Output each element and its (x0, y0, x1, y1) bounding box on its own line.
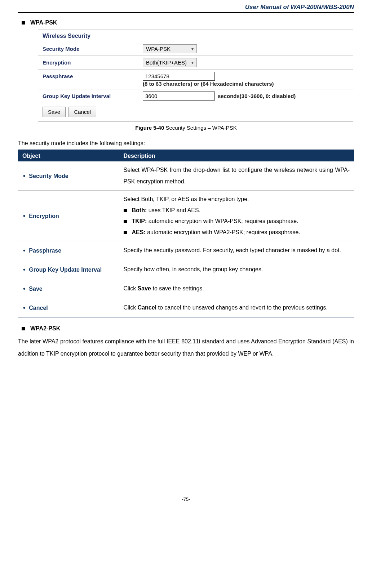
row-desc-save: Click Save to save the settings. (119, 279, 354, 298)
settings-description-table: Object Description Security Mode Select … (18, 150, 354, 318)
figure-caption: Figure 5-40 Security Settings – WPA-PSK (18, 125, 354, 131)
label-group-key: Group Key Update Interval (38, 89, 139, 103)
input-passphrase[interactable] (143, 72, 215, 81)
heading-text: WPA-PSK (30, 19, 57, 26)
square-bullet-icon (124, 209, 127, 212)
row-object-save: Save (22, 286, 43, 292)
row-object-security-mode: Security Mode (22, 173, 68, 179)
tkip-text: automatic encryption with WPA-PSK; requi… (147, 218, 298, 224)
row-desc-security-mode: Select WPA-PSK from the drop-down list t… (119, 161, 354, 191)
col-header-description: Description (119, 150, 354, 162)
label-encryption: Encryption (38, 56, 139, 69)
square-bullet-icon (124, 220, 127, 223)
label-security-mode: Security Mode (38, 42, 139, 55)
chevron-down-icon: ▾ (191, 46, 194, 52)
page-number: -75- (18, 496, 354, 502)
row-object-passphrase: Passphrase (22, 248, 61, 254)
manual-title: User Manual of WAP-200N/WBS-200N (245, 4, 354, 10)
aes-label: AES: (132, 229, 146, 235)
square-bullet-icon (22, 327, 25, 330)
select-encryption-value: Both(TKIP+AES) (146, 59, 187, 66)
intro-text: The security mode includes the following… (18, 140, 354, 147)
row-desc-passphrase: Specify the security password. For secur… (119, 241, 354, 260)
save-button[interactable]: Save (43, 107, 66, 117)
panel-title: Wireless Security (38, 30, 353, 42)
section-heading-wpa-psk: WPA-PSK (22, 19, 354, 26)
screenshot-wireless-security: Wireless Security Security Mode WPA-PSK … (38, 30, 353, 122)
input-group-key[interactable] (143, 92, 215, 101)
encryption-lead: Select Both, TKIP, or AES as the encrypt… (124, 193, 350, 205)
row-object-encryption: Encryption (22, 213, 59, 219)
square-bullet-icon (22, 21, 25, 24)
both-text: uses TKIP and AES. (147, 207, 200, 213)
suffix-group-key: seconds(30~3600, 0: disabled) (218, 93, 296, 99)
select-security-mode-value: WPA-PSK (146, 46, 170, 52)
section-heading-wpa2-psk: WPA2-PSK (22, 325, 354, 332)
wpa2-paragraph: The later WPA2 protocol features complia… (18, 335, 354, 360)
cancel-button[interactable]: Cancel (68, 107, 96, 117)
row-object-cancel: Cancel (22, 305, 48, 311)
select-security-mode[interactable]: WPA-PSK ▾ (143, 44, 197, 53)
row-object-group-key: Group Key Update Interval (22, 267, 102, 273)
select-encryption[interactable]: Both(TKIP+AES) ▾ (143, 58, 197, 67)
col-header-object: Object (18, 150, 119, 162)
row-desc-encryption: Select Both, TKIP, or AES as the encrypt… (119, 191, 354, 241)
label-passphrase: Passphrase (38, 70, 139, 89)
aes-text: automatic encryption with WPA2-PSK; requ… (146, 229, 300, 235)
tkip-label: TKIP: (132, 218, 147, 224)
square-bullet-icon (124, 231, 127, 234)
both-label: Both: (132, 207, 147, 213)
row-desc-group-key: Specify how often, in seconds, the group… (119, 260, 354, 279)
chevron-down-icon: ▾ (191, 60, 194, 65)
caption-text: Security Settings – WPA-PSK (164, 125, 236, 131)
heading-text: WPA2-PSK (30, 325, 60, 332)
caption-number: Figure 5-40 (135, 125, 164, 131)
row-desc-cancel: Click Cancel to cancel the unsaved chang… (119, 298, 354, 318)
page-header: User Manual of WAP-200N/WBS-200N (18, 0, 354, 13)
hint-passphrase: (8 to 63 characters) or (64 Hexadecimal … (143, 81, 349, 87)
